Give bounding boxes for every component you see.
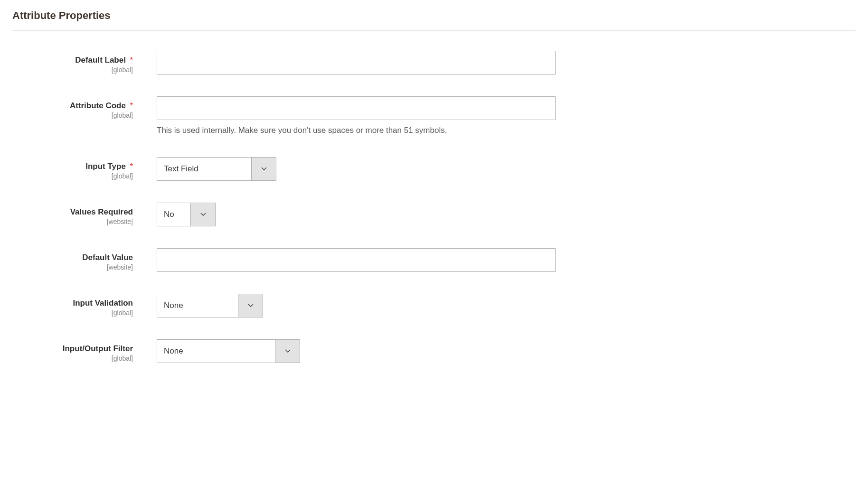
label-values-required: Values Required [website] [12, 203, 140, 225]
label-attribute-code: Attribute Code * [global] [12, 96, 140, 119]
attribute-code-note: This is used internally. Make sure you d… [157, 126, 556, 135]
label-scope: [website] [12, 263, 133, 271]
select-value: No [157, 203, 190, 226]
field-attribute-code: Attribute Code * [global] This is used i… [12, 96, 856, 135]
label-scope: [global] [12, 66, 133, 74]
chevron-down-icon [238, 294, 263, 317]
label-text: Values Required [70, 207, 133, 216]
label-input-type: Input Type * [global] [12, 157, 140, 180]
label-scope: [global] [12, 309, 133, 317]
required-mark: * [130, 101, 133, 110]
field-values-required: Values Required [website] No [12, 203, 856, 226]
input-validation-select[interactable]: None [157, 294, 263, 317]
required-mark: * [130, 162, 133, 171]
label-default-value: Default Value [website] [12, 248, 140, 271]
select-value: None [157, 340, 275, 363]
label-text: Input/Output Filter [63, 344, 133, 353]
label-scope: [global] [12, 172, 133, 180]
io-filter-select[interactable]: None [157, 339, 300, 363]
label-input-validation: Input Validation [global] [12, 294, 140, 317]
label-text: Input Type [85, 162, 126, 171]
field-default-label: Default Label * [global] [12, 51, 856, 75]
chevron-down-icon [251, 158, 276, 180]
default-value-input[interactable] [157, 248, 556, 272]
label-io-filter: Input/Output Filter [global] [12, 339, 140, 362]
chevron-down-icon [275, 340, 300, 363]
values-required-select[interactable]: No [157, 203, 216, 226]
label-text: Default Value [82, 253, 133, 262]
field-input-validation: Input Validation [global] None [12, 294, 856, 317]
select-value: Text Field [157, 158, 251, 180]
chevron-down-icon [190, 203, 215, 226]
required-mark: * [130, 56, 133, 65]
label-scope: [global] [12, 354, 133, 362]
label-text: Attribute Code [70, 101, 126, 110]
label-text: Input Validation [73, 298, 133, 308]
default-label-input[interactable] [157, 51, 556, 75]
label-scope: [global] [12, 112, 133, 119]
section-title: Attribute Properties [12, 9, 856, 31]
attribute-code-input[interactable] [157, 96, 556, 120]
field-default-value: Default Value [website] [12, 248, 856, 272]
select-value: None [157, 294, 238, 317]
label-scope: [website] [12, 218, 133, 225]
label-text: Default Label [75, 56, 126, 65]
field-input-type: Input Type * [global] Text Field [12, 157, 856, 181]
label-default-label: Default Label * [global] [12, 51, 140, 74]
input-type-select[interactable]: Text Field [157, 157, 276, 181]
field-io-filter: Input/Output Filter [global] None [12, 339, 856, 363]
